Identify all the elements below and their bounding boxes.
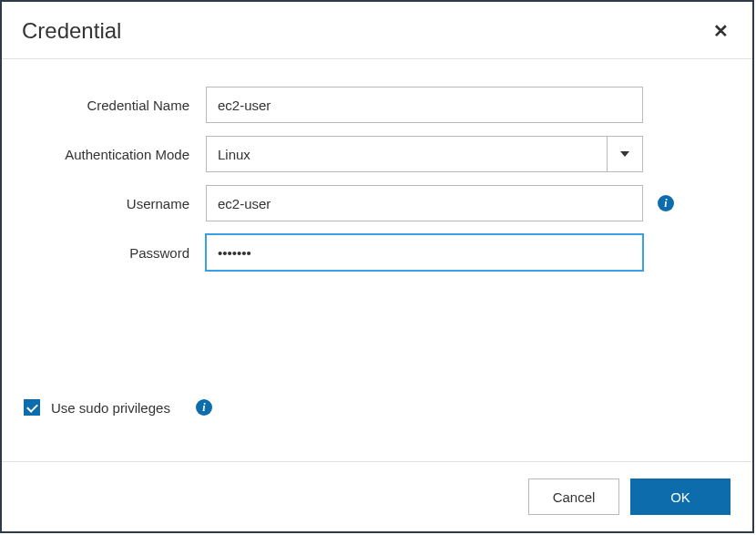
username-row: Username i bbox=[24, 185, 730, 221]
dialog-footer: Cancel OK bbox=[2, 461, 752, 531]
password-label: Password bbox=[24, 245, 206, 261]
username-info-icon[interactable]: i bbox=[658, 195, 674, 211]
password-input[interactable] bbox=[206, 234, 643, 271]
credential-dialog: Credential ✕ Credential Name Authenticat… bbox=[0, 0, 754, 533]
credential-name-input[interactable] bbox=[206, 87, 643, 123]
dialog-title: Credential bbox=[22, 18, 121, 44]
auth-mode-select[interactable]: Linux bbox=[206, 136, 643, 172]
info-icon-glyph: i bbox=[664, 197, 667, 211]
cancel-button[interactable]: Cancel bbox=[528, 478, 619, 515]
close-icon: ✕ bbox=[713, 21, 729, 41]
username-input[interactable] bbox=[206, 185, 643, 221]
auth-mode-row: Authentication Mode Linux bbox=[24, 136, 730, 172]
sudo-info-icon[interactable]: i bbox=[196, 399, 212, 416]
username-label: Username bbox=[24, 196, 206, 211]
password-row: Password bbox=[24, 234, 730, 271]
chevron-down-icon bbox=[620, 151, 629, 157]
sudo-label[interactable]: Use sudo privileges bbox=[51, 400, 170, 416]
credential-name-label: Credential Name bbox=[24, 98, 206, 113]
auth-mode-label: Authentication Mode bbox=[24, 147, 206, 162]
dialog-body: Credential Name Authentication Mode Linu… bbox=[2, 59, 752, 461]
close-button[interactable]: ✕ bbox=[710, 22, 732, 40]
info-icon-glyph: i bbox=[202, 401, 205, 415]
sudo-section: Use sudo privileges i bbox=[24, 399, 730, 416]
credential-name-row: Credential Name bbox=[24, 87, 730, 123]
auth-mode-value: Linux bbox=[206, 136, 607, 172]
sudo-checkbox[interactable] bbox=[24, 399, 40, 416]
dialog-header: Credential ✕ bbox=[2, 2, 752, 59]
auth-mode-dropdown-button[interactable] bbox=[607, 136, 643, 172]
ok-button[interactable]: OK bbox=[630, 478, 730, 515]
